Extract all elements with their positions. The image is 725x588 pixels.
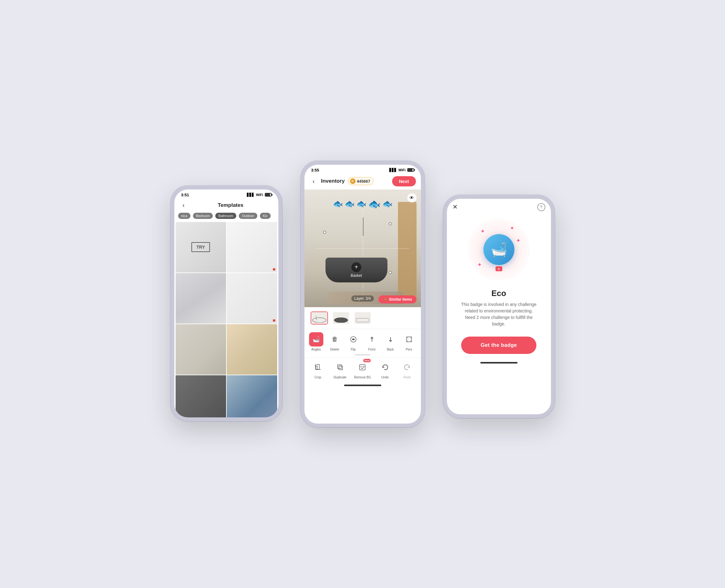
front-icon-wrap <box>365 332 379 346</box>
template-marble[interactable] <box>175 273 226 323</box>
categories-row: nica Bedroom Bathroom Outdoor Kic <box>174 213 278 222</box>
svg-point-2 <box>334 318 348 323</box>
template-bathtub[interactable] <box>175 324 226 375</box>
spark-1: ✦ <box>480 228 485 235</box>
room-shelf <box>398 202 417 301</box>
tool-front[interactable]: Front <box>364 332 380 351</box>
battery-icon-center <box>407 168 414 172</box>
tool-angles[interactable]: 🛁 Angles <box>308 332 324 351</box>
status-spacer-right <box>447 199 551 203</box>
tool-remove-bg[interactable]: New Remove BG <box>354 360 371 379</box>
tool-flip[interactable]: Flip <box>345 332 361 351</box>
fish-icon-3: 🐟 <box>356 199 366 209</box>
basket-label: + Basket <box>351 262 362 278</box>
center-phone: 3:55 ▋▋▋ WiFi ‹ Inventory D 445667 Next … <box>301 161 424 427</box>
toolbar-divider <box>355 354 370 355</box>
spark-2: ✦ <box>510 225 514 232</box>
left-nav-title: Templates <box>188 202 273 208</box>
status-bar-center: 3:55 ▋▋▋ WiFi <box>305 165 421 174</box>
crop-icon-wrap <box>311 360 325 374</box>
ctrl-dot-tl[interactable] <box>323 231 326 234</box>
red-dot-2 <box>273 319 275 322</box>
tool-undo[interactable]: Undo <box>377 360 393 379</box>
svg-line-1 <box>316 316 316 320</box>
coin-icon: D <box>350 178 355 184</box>
variant-shape-2 <box>333 312 349 324</box>
template-white-tiles[interactable] <box>227 222 277 272</box>
template-white-modern[interactable] <box>227 273 277 323</box>
back-icon-wrap <box>384 332 398 346</box>
variant-shape-1 <box>311 312 327 324</box>
battery-icon <box>265 193 272 196</box>
close-button[interactable]: ✕ <box>453 203 458 211</box>
tool-crop[interactable]: Crop <box>310 360 326 379</box>
template-dark[interactable] <box>175 375 226 421</box>
tool-duplicate[interactable]: Duplicate <box>332 360 348 379</box>
remove-bg-icon-wrap: New <box>355 360 370 374</box>
layer-indicator: Layer: 3/4 <box>351 295 374 301</box>
front-label: Front <box>368 348 375 351</box>
variant-3[interactable] <box>354 312 371 324</box>
center-nav: ‹ Inventory D 445667 Next <box>305 174 421 189</box>
try-label: TRY <box>191 242 210 252</box>
fish-icon-1: 🐟 <box>333 199 343 209</box>
spark-4: ✦ <box>516 237 521 244</box>
badge-icon-bg: 🛁 <box>483 234 514 265</box>
badge-title: Eco <box>492 289 506 298</box>
ctrl-dot-tr[interactable] <box>389 222 392 226</box>
status-time-left: 3:51 <box>181 193 189 197</box>
fish-icon-2: 🐟 <box>345 199 355 209</box>
new-badge: New <box>363 359 371 362</box>
get-badge-button[interactable]: Get the badge <box>461 337 536 354</box>
bath-emoji: 🛁 <box>490 241 507 258</box>
similar-label: Similar items <box>389 297 412 301</box>
svg-rect-3 <box>356 318 369 322</box>
bathtub-main[interactable]: + Basket <box>326 258 388 289</box>
flip-label: Flip <box>351 348 355 351</box>
tool-pers[interactable]: Pers <box>401 332 417 351</box>
left-back-button[interactable]: ‹ <box>179 201 188 210</box>
tool-delete[interactable]: 🗑 Delete <box>327 332 343 351</box>
template-blue[interactable] <box>227 375 277 421</box>
fish-icon-4: 🐟 <box>368 198 380 210</box>
center-back-button[interactable]: ‹ <box>309 177 318 186</box>
left-nav-bar: ‹ Templates <box>174 199 278 213</box>
angles-label: Angles <box>311 348 321 351</box>
spark-3: ✦ <box>477 261 482 268</box>
similar-items-button[interactable]: 🪑 Similar items <box>378 295 417 303</box>
ctrl-dot-br[interactable] <box>389 271 392 274</box>
red-dot <box>273 268 275 271</box>
template-try[interactable]: TRY <box>175 222 226 272</box>
remove-bg-label: Remove BG <box>354 376 371 379</box>
cat-bathroom[interactable]: Bathroom <box>215 213 236 219</box>
signal-icon-center: ▋▋▋ <box>389 168 397 172</box>
crop-label: Crop <box>314 376 321 379</box>
cat-kic[interactable]: Kic <box>260 213 271 219</box>
template-grid: TRY <box>174 222 278 421</box>
variants-row <box>305 307 421 329</box>
eye-button[interactable]: 👁 <box>407 193 417 203</box>
cat-nica[interactable]: nica <box>178 213 190 219</box>
svg-rect-11 <box>337 365 341 369</box>
tool-redo[interactable]: Redo <box>399 360 415 379</box>
coin-value: 445667 <box>357 179 370 184</box>
svg-rect-10 <box>339 366 343 370</box>
badge-aura: ✦ ✦ ✦ ✦ 🛁 x <box>468 218 530 280</box>
back-label: Back <box>387 348 394 351</box>
coins-badge: D 445667 <box>348 177 373 185</box>
help-button[interactable]: ? <box>537 203 545 211</box>
status-icons-left: ▋▋▋ WiFi <box>247 193 271 197</box>
variant-2[interactable] <box>332 312 350 324</box>
x-multiplier: x <box>495 266 502 271</box>
plus-icon: + <box>352 262 361 272</box>
variant-1[interactable] <box>311 312 328 324</box>
redo-icon-wrap <box>400 360 414 374</box>
tool-back[interactable]: Back <box>382 332 398 351</box>
template-curtain[interactable] <box>227 324 277 375</box>
cat-outdoor[interactable]: Outdoor <box>239 213 257 219</box>
delete-label: Delete <box>330 348 339 351</box>
cat-bedroom[interactable]: Bedroom <box>193 213 213 219</box>
signal-icon: ▋▋▋ <box>247 193 254 197</box>
next-button[interactable]: Next <box>392 176 416 186</box>
variant-shape-3 <box>355 312 371 324</box>
